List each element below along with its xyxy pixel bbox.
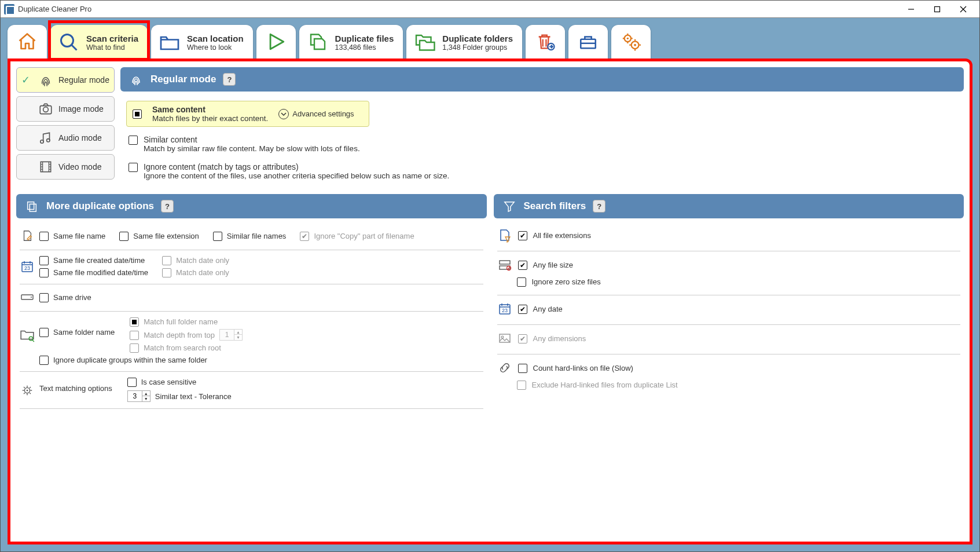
film-icon <box>38 159 54 175</box>
case-sensitive-checkbox[interactable] <box>127 378 137 387</box>
match-from-root-label: Match from search root <box>144 343 221 352</box>
app-icon <box>4 4 14 14</box>
funnel-icon <box>502 199 517 214</box>
similar-names-checkbox[interactable] <box>213 232 222 241</box>
mode-audio[interactable]: Audio mode <box>16 125 115 151</box>
fingerprint-icon <box>129 72 144 87</box>
tab-dup-folders-title: Duplicate folders <box>442 34 513 43</box>
depth-spinner: ▲▼ <box>219 329 243 341</box>
any-size-checkbox[interactable] <box>518 261 527 270</box>
svg-rect-34 <box>30 204 36 211</box>
same-file-name-checkbox[interactable] <box>39 232 49 241</box>
exclude-hardlinks-label: Exclude Hard-linked files from duplicate… <box>532 381 678 389</box>
file-edit-icon <box>20 228 35 243</box>
tab-duplicate-folders[interactable]: Duplicate folders 1,348 Folder groups <box>406 25 522 59</box>
tolerance-input[interactable] <box>128 391 142 401</box>
svg-point-22 <box>41 140 43 143</box>
svg-line-51 <box>30 393 31 394</box>
any-date-checkbox[interactable] <box>518 305 527 314</box>
same-content-checkbox[interactable] <box>133 109 142 119</box>
section-filters-title: Search filters <box>524 200 586 212</box>
tab-play[interactable] <box>256 25 296 59</box>
minimize-button[interactable] <box>898 1 924 17</box>
mode-regular[interactable]: ✓ Regular mode <box>16 67 115 93</box>
folder-icon <box>158 31 181 54</box>
section-more-title: More duplicate options <box>46 200 154 212</box>
same-drive-checkbox[interactable] <box>39 293 49 302</box>
image-icon <box>497 331 512 346</box>
similar-names-label: Similar file names <box>227 232 287 240</box>
help-button[interactable]: ? <box>223 73 236 86</box>
all-ext-checkbox[interactable] <box>518 231 527 240</box>
any-dim-checkbox <box>518 334 527 343</box>
size-icon <box>497 257 512 272</box>
ignore-content-title: Ignore content (match by tags or attribu… <box>144 162 449 171</box>
tolerance-spinner[interactable]: ▲▼ <box>127 390 151 402</box>
tab-settings[interactable] <box>611 25 651 59</box>
ignore-copy-label: Ignore "Copy" part of filename <box>314 232 414 240</box>
fingerprint-icon <box>38 72 54 88</box>
svg-line-5 <box>72 45 77 50</box>
same-modified-checkbox[interactable] <box>39 268 49 277</box>
section-regular-mode: Regular mode ? <box>120 67 964 92</box>
svg-point-21 <box>43 107 49 112</box>
same-created-checkbox[interactable] <box>39 256 49 265</box>
same-drive-label: Same drive <box>53 293 91 302</box>
tab-scan-criteria[interactable]: Scan criteria What to find <box>50 25 148 59</box>
spinner-up[interactable]: ▲ <box>142 391 150 396</box>
check-icon: ✓ <box>21 74 33 86</box>
match-date-only-2: Match date only <box>176 268 229 277</box>
maximize-button[interactable] <box>924 1 950 17</box>
tab-duplicate-files[interactable]: Duplicate files 133,486 files <box>299 25 403 59</box>
help-button[interactable]: ? <box>593 200 605 213</box>
match-date-only-1: Match date only <box>176 256 229 265</box>
ignore-content-option[interactable]: Ignore content (match by tags or attribu… <box>126 160 958 182</box>
mode-image[interactable]: Image mode <box>16 96 115 122</box>
svg-point-4 <box>61 35 74 47</box>
advanced-settings-button[interactable]: Advanced settings <box>278 109 354 119</box>
match-depth-label: Match depth from top <box>144 331 215 339</box>
mode-video[interactable]: Video mode <box>16 154 115 180</box>
ignore-content-checkbox[interactable] <box>129 163 138 172</box>
section-search-filters: Search filters ? <box>494 194 964 218</box>
content-area: ✓ Regular mode Image mode <box>8 59 972 544</box>
similar-content-option[interactable]: Similar content Match by similar raw fil… <box>126 133 958 155</box>
ignore-groups-checkbox[interactable] <box>39 356 49 365</box>
depth-input <box>220 330 234 340</box>
ignore-zero-label: Ignore zero size files <box>532 277 601 286</box>
tab-home[interactable] <box>8 25 47 59</box>
similar-content-title: Similar content <box>144 135 360 144</box>
svg-line-50 <box>24 387 25 388</box>
similar-content-checkbox[interactable] <box>129 136 138 145</box>
ignore-copy-checkbox <box>300 232 309 241</box>
help-button[interactable]: ? <box>161 200 174 213</box>
similar-content-desc: Match by similar raw file content. May b… <box>144 144 360 153</box>
duplicate-files-icon <box>306 31 329 54</box>
home-icon <box>16 30 39 53</box>
svg-point-11 <box>634 44 636 46</box>
match-depth-checkbox <box>130 331 139 340</box>
tab-delete[interactable] <box>526 25 565 59</box>
same-content-option[interactable]: Same content Match files by their exact … <box>126 101 369 127</box>
any-dim-label: Any dimensions <box>533 334 586 343</box>
close-button[interactable] <box>950 1 976 17</box>
play-icon <box>265 30 288 53</box>
calendar-icon: 23 <box>497 301 512 316</box>
tab-scan-location-title: Scan location <box>187 34 244 43</box>
svg-line-52 <box>24 393 25 394</box>
match-full-folder-checkbox <box>130 317 139 327</box>
similar-tolerance-label: Similar text - Tolerance <box>155 392 232 401</box>
same-folder-checkbox[interactable] <box>39 328 49 337</box>
spinner-down[interactable]: ▼ <box>142 396 150 401</box>
same-ext-checkbox[interactable] <box>119 232 129 241</box>
tab-scan-location[interactable]: Scan location Where to look <box>151 25 253 59</box>
advanced-settings-label: Advanced settings <box>292 109 354 118</box>
mode-video-label: Video mode <box>58 162 101 171</box>
count-hardlinks-checkbox[interactable] <box>518 364 527 373</box>
same-content-title: Same content <box>152 105 268 114</box>
ignore-content-desc: Ignore the content of the files, use ano… <box>144 171 449 180</box>
ignore-zero-checkbox[interactable] <box>517 277 526 287</box>
tab-toolbox[interactable] <box>568 25 608 59</box>
link-icon <box>497 360 512 375</box>
match-date-only-1-checkbox <box>162 256 171 265</box>
